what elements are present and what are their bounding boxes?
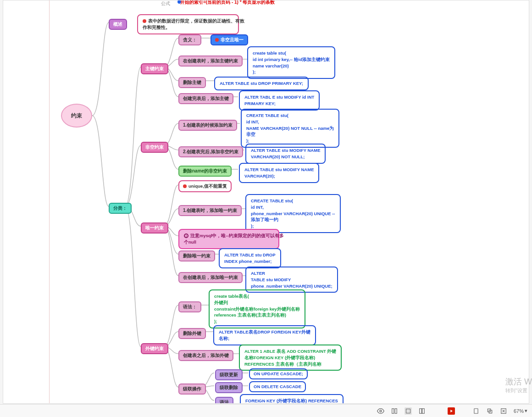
zoom-control[interactable]: 67%▾ xyxy=(514,408,527,414)
node-fk-syntax[interactable]: 语法： xyxy=(178,301,201,312)
svg-rect-6 xyxy=(474,408,478,413)
svg-rect-3 xyxy=(406,409,410,413)
node-pk-create[interactable]: 在创建表时，添加主键约束 xyxy=(178,56,243,67)
uq-note[interactable]: i注意mysql中，唯--约束限定的列的值可以有多 个null xyxy=(178,229,279,249)
fk-syntax-code[interactable]: create table表名( 外键列 constraint外键名称foreig… xyxy=(209,289,305,328)
overview-text[interactable]: 表中的数据进行限定，保证数据的正确性、有效 作和完整性。 xyxy=(137,14,239,34)
node-uq3[interactable]: 删除唯一约束 xyxy=(178,250,215,261)
node-uq[interactable]: 唯一约束 xyxy=(141,222,168,234)
node-nn1[interactable]: 1.创建表的时候添加约束 xyxy=(178,120,237,131)
node-overview[interactable]: 概述 xyxy=(109,19,127,30)
node-fk-after[interactable]: 创建表之后，添加外键 xyxy=(178,350,233,361)
uq3-code[interactable]: ALTER TABLE stu DROP INDEX phone_number; xyxy=(219,248,281,268)
uq1-code[interactable]: CREATE TABLE stu( id INT, phone_number V… xyxy=(245,194,341,233)
svg-rect-2 xyxy=(395,408,397,413)
node-pk-meaning[interactable]: 含义： xyxy=(178,34,201,45)
fit-icon[interactable] xyxy=(500,407,507,415)
node-pk-after[interactable]: 创建完表后，添加主键 xyxy=(178,93,233,104)
node-pk-drop[interactable]: 删除主键 xyxy=(178,77,206,88)
red-dot-icon xyxy=(143,19,146,23)
node-cascade-delete[interactable]: 级联删除 xyxy=(215,382,243,393)
layout-icon-3[interactable] xyxy=(418,407,426,415)
chevron-down-icon: ▾ xyxy=(525,408,527,414)
node-cascade[interactable]: 级联操作 xyxy=(178,384,206,395)
status-bar: 67%▾ xyxy=(0,404,532,417)
node-uq1[interactable]: 1.创建表时，添加唯一约束 xyxy=(178,205,242,216)
svg-rect-5 xyxy=(422,408,425,413)
nn3-code[interactable]: ALTER TABLE stu MODIFY NAME VARCHAR(20); xyxy=(239,163,319,183)
cascade-delete-code[interactable]: ON DELETE CASCADE xyxy=(249,381,306,392)
copy-icon[interactable] xyxy=(486,407,493,415)
svg-rect-1 xyxy=(392,408,394,413)
red-dot-icon xyxy=(183,184,187,188)
node-uq4[interactable]: 在创建表后，添加唯一约束 xyxy=(178,272,243,283)
node-nn3[interactable]: 删除name的非空约束 xyxy=(178,166,232,177)
top-formula: 开始的索引=(当前的页码 - 1) * 每页显示的条数 xyxy=(180,0,275,6)
pk-after-code[interactable]: ALTER TABL E stu MODIFY id INT PRIMARY K… xyxy=(239,90,320,111)
fk-after-code[interactable]: ALTER 1 ABLE 表名 ADD CONSTRAINT 外键 名称FORE… xyxy=(239,345,342,371)
play-icon[interactable] xyxy=(448,407,455,415)
pk-meaning-badge[interactable]: 非空且唯一 xyxy=(211,34,248,45)
node-nn2[interactable]: 2.创建表完后,添加非空约束 xyxy=(178,146,243,157)
top-label: 公式 xyxy=(161,0,170,7)
pk-drop-code[interactable]: ALTER TABLE stu DROP PRIMARY KEY; xyxy=(214,77,309,90)
nn2-code[interactable]: ALTER TABLE stu MODIFY NAME VARCHAR(20) … xyxy=(245,144,326,164)
layout-icon-1[interactable] xyxy=(391,407,398,415)
fk-drop-code[interactable]: ALTER TABLE表名DROP FOREIGN KEY外键 名称; xyxy=(213,325,316,345)
node-cascade-update[interactable]: 级联更新 xyxy=(215,369,243,380)
cascade-update-code[interactable]: ON UPDATE CASCADE; xyxy=(249,368,308,379)
page-icon[interactable] xyxy=(472,407,480,415)
red-dot-icon xyxy=(215,38,219,42)
mindmap-canvas[interactable]: 公式 开始的索引=(当前的页码 - 1) * 每页显示的条数 约束 概述 表中的… xyxy=(3,0,529,404)
uq4-code[interactable]: ALTER TABLE stu MODIFY phone_number VARC… xyxy=(245,267,338,293)
nn1-code[interactable]: CREATE TABLE stu( id INT, NAME VARCHAR(2… xyxy=(241,109,339,148)
cascade-syntax-code[interactable]: FOREIGN KEY (外键字段名称) REFERENCES 主表名称(主表列… xyxy=(240,394,344,404)
layout-icon-2[interactable] xyxy=(405,407,412,415)
uq-tip[interactable]: unique,值不能重复 xyxy=(178,180,232,192)
eye-icon[interactable] xyxy=(377,407,384,415)
node-pk[interactable]: 主键约束 xyxy=(141,63,168,74)
node-nn[interactable]: 非空约束 xyxy=(141,142,168,153)
pk-create-code[interactable]: create table stu( id int primary key,-- … xyxy=(247,46,335,79)
node-cascade-syntax[interactable]: 语法 xyxy=(215,397,233,404)
root-node[interactable]: 约束 xyxy=(61,104,92,128)
svg-rect-4 xyxy=(420,408,422,413)
node-category[interactable]: 分类： xyxy=(109,203,132,214)
svg-point-0 xyxy=(380,410,382,412)
vertical-rule xyxy=(49,0,50,403)
node-fk-drop[interactable]: 删除外键 xyxy=(178,328,206,339)
node-fk[interactable]: 外键约束 xyxy=(141,343,168,354)
